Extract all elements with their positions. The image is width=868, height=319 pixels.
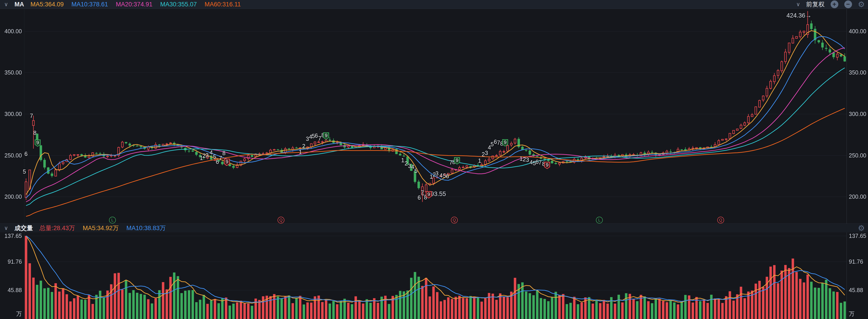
volume-legend-item: 总量:28.43万 — [39, 224, 75, 232]
volume-tick-label: 45.88 — [849, 287, 863, 293]
td-count-digit: 1 — [299, 149, 302, 155]
td-count-digit: 6 — [216, 158, 219, 165]
all-time-high-annotation: 424.36→ — [786, 12, 811, 19]
ma-legend-item: MA10:378.61 — [71, 1, 108, 8]
td-count-digit: 4 — [530, 159, 533, 166]
price-volume-canvas[interactable] — [0, 0, 868, 319]
td-count-digit: 2 — [302, 143, 305, 149]
td-count-digit: 6 — [446, 173, 449, 180]
volume-unit-label: 万 — [0, 310, 22, 318]
volume-legend-item: MA10:38.83万 — [126, 224, 166, 232]
td-count-digit: 2 — [203, 152, 206, 159]
td-count-digit: 7 — [449, 159, 453, 166]
gear-icon[interactable]: ⚙ — [858, 223, 865, 233]
price-tick-label: 300.00 — [0, 111, 22, 117]
volume-tick-label: 137.65 — [0, 233, 22, 239]
chevron-down-icon[interactable]: ∨ — [4, 1, 8, 7]
event-marker-l[interactable]: L — [596, 217, 603, 223]
td-count-digit: 7 — [497, 139, 500, 146]
adjustment-mode-selector[interactable]: 前复权 — [806, 0, 825, 8]
td-count-digit: 4 — [411, 164, 414, 170]
volume-tick-label: 45.88 — [0, 287, 22, 293]
chevron-down-icon[interactable]: ∨ — [4, 225, 8, 231]
td-count-digit: 8 — [33, 130, 36, 136]
td-count-digit: 1 — [401, 157, 404, 164]
td-count-digit: 6 — [494, 139, 497, 145]
stock-chart-window: ∨ MA MA5:364.09MA10:378.61MA20:374.91MA3… — [0, 0, 868, 319]
event-marker-q[interactable]: Q — [717, 217, 724, 223]
td-count-digit: 2 — [405, 160, 408, 167]
td-count-digit: 5 — [23, 168, 26, 175]
td-count-digit: 3 — [526, 156, 529, 163]
price-tick-label: 350.00 — [0, 69, 22, 76]
volume-tick-label: 137.65 — [849, 233, 866, 239]
event-marker-q[interactable]: Q — [278, 217, 284, 223]
td-count-digit: 4 — [439, 172, 443, 179]
volume-pane-title: 成交量 — [14, 224, 33, 232]
td-count-digit: 5 — [414, 168, 417, 174]
price-tick-label: 300.00 — [849, 111, 866, 117]
td-count-digit: 1 — [520, 155, 523, 162]
chevron-down-icon[interactable]: ∨ — [796, 1, 800, 7]
volume-pane-header: ∨ 成交量 总量:28.43万MA5:34.92万MA10:38.83万 ⚙ — [0, 224, 868, 233]
price-tick-label: 250.00 — [0, 152, 22, 159]
td-count-digit: 3 — [206, 152, 209, 158]
price-tick-label: 400.00 — [849, 28, 866, 35]
td-count-digit: 6 — [417, 194, 421, 201]
period-low-annotation: ←193.55 — [421, 190, 446, 198]
td-count-digit: 6 — [535, 158, 539, 165]
td-count-digit: 3 — [408, 163, 411, 169]
price-tick-label: 400.00 — [0, 28, 22, 35]
volume-tick-label: 91.76 — [849, 258, 863, 265]
td-count-digit: 3 — [306, 136, 309, 142]
td-count-digit: 5 — [443, 173, 446, 179]
price-tick-label: 250.00 — [849, 152, 866, 159]
td-count-digit: 3 — [435, 170, 439, 177]
td-count-digit: 2 — [482, 151, 485, 158]
ma-legend-item: MA30:355.07 — [160, 1, 197, 8]
volume-tick-label: 91.76 — [0, 258, 22, 265]
zoom-out-button[interactable]: − — [844, 0, 852, 8]
ma-legend-item: MA5:364.09 — [31, 1, 64, 8]
volume-legend-item: MA5:34.92万 — [83, 224, 119, 232]
td-count-digit: 5 — [491, 141, 494, 148]
zoom-in-button[interactable]: + — [831, 0, 838, 8]
td-count-digit: 2 — [523, 156, 526, 163]
indicator-label: MA — [14, 1, 24, 8]
volume-unit-label: 万 — [849, 310, 855, 318]
volume-legend-list: 总量:28.43万MA5:34.92万MA10:38.83万 — [39, 224, 166, 232]
td-count-digit: 7 — [30, 113, 33, 119]
ma-legend-item: MA20:374.91 — [116, 1, 153, 8]
td-count-digit: 7 — [538, 159, 541, 166]
td-count-digit: 1 — [430, 173, 433, 180]
event-marker-l[interactable]: L — [109, 217, 116, 223]
td-count-digit: 4 — [210, 149, 213, 156]
td-count-digit: 8 — [222, 150, 225, 156]
gear-icon[interactable]: ⚙ — [858, 0, 865, 9]
td-count-digit: 7 — [219, 155, 222, 162]
td-count-digit: 1 — [478, 157, 481, 164]
td-count-digit: 6 — [315, 132, 318, 139]
ma-legend-item: MA60:316.11 — [205, 1, 241, 8]
indicator-toolbar: ∨ MA MA5:364.09MA10:378.61MA20:374.91MA3… — [0, 0, 868, 9]
td-count-digit: 6 — [24, 151, 28, 157]
td-count-digit: 7 — [318, 135, 321, 142]
event-marker-q[interactable]: Q — [451, 217, 458, 223]
price-tick-label: 350.00 — [849, 69, 866, 76]
td-count-digit: 3 — [485, 150, 488, 156]
ma-legend-list: MA5:364.09MA10:378.61MA20:374.91MA30:355… — [31, 1, 241, 8]
price-tick-label: 200.00 — [0, 193, 22, 200]
price-tick-label: 200.00 — [849, 193, 866, 200]
toolbar-right-group: ∨ 前复权 + − ⚙ — [796, 0, 865, 9]
td-count-digit: 5 — [312, 133, 315, 139]
